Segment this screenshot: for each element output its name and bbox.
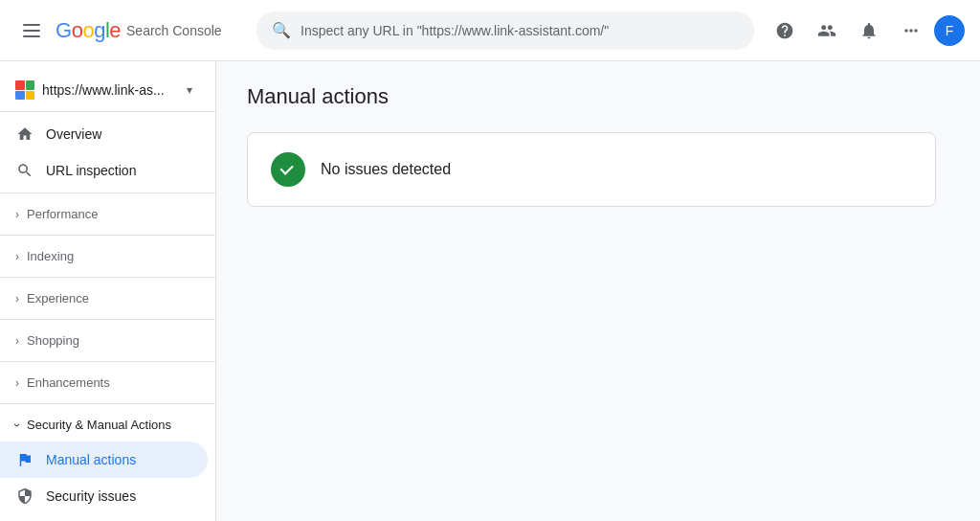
property-chevron-icon: ▾ <box>187 83 192 97</box>
url-search-bar[interactable]: 🔍 Inspect any URL in "https://www.link-a… <box>256 11 754 50</box>
performance-chevron-icon: › <box>15 208 19 221</box>
sidebar-divider-1 <box>0 111 215 112</box>
security-chevron-icon: › <box>11 423 24 427</box>
sidebar-section-experience[interactable]: › Experience <box>0 282 208 315</box>
topbar-right: F <box>766 11 965 50</box>
apps-button[interactable] <box>892 11 930 50</box>
sidebar-divider-7 <box>0 403 215 404</box>
property-selector[interactable]: https://www.link-as... ▾ <box>0 73 208 107</box>
security-section-label: Security & Manual Actions <box>27 418 171 432</box>
sidebar-item-manual-actions[interactable]: Manual actions <box>0 442 208 478</box>
search-icon: 🔍 <box>272 21 291 39</box>
overview-label: Overview <box>46 126 101 142</box>
sidebar-item-security-issues[interactable]: Security issues <box>0 478 208 514</box>
security-issues-icon <box>15 487 34 505</box>
layout: https://www.link-as... ▾ Overview URL in… <box>0 61 980 521</box>
topbar-left: Google Search Console <box>15 16 245 45</box>
performance-label: Performance <box>27 207 98 221</box>
topbar: Google Search Console 🔍 Inspect any URL … <box>0 0 980 61</box>
home-icon <box>15 125 34 143</box>
sidebar-divider-5 <box>0 319 215 320</box>
check-icon <box>271 152 305 187</box>
google-wordmark: Google <box>56 18 121 43</box>
property-icon <box>15 80 34 100</box>
shopping-label: Shopping <box>27 333 79 348</box>
url-inspection-icon <box>15 162 34 179</box>
sidebar-divider-4 <box>0 277 215 278</box>
experience-chevron-icon: › <box>15 292 19 306</box>
url-inspection-label: URL inspection <box>46 163 136 178</box>
manual-actions-label: Manual actions <box>46 452 136 467</box>
avatar[interactable]: F <box>934 15 965 46</box>
no-issues-card: No issues detected <box>247 132 936 207</box>
shopping-chevron-icon: › <box>15 334 19 348</box>
help-button[interactable] <box>766 11 804 50</box>
sidebar-item-overview[interactable]: Overview <box>0 116 208 152</box>
sidebar-section-indexing[interactable]: › Indexing <box>0 239 208 273</box>
main-content: Manual actions No issues detected <box>216 61 980 521</box>
sidebar-divider-2 <box>0 193 215 193</box>
no-issues-text: No issues detected <box>321 161 451 178</box>
sidebar-section-enhancements[interactable]: › Enhancements <box>0 366 208 399</box>
page-title: Manual actions <box>247 84 949 109</box>
property-name: https://www.link-as... <box>42 82 179 98</box>
enhancements-label: Enhancements <box>27 375 110 390</box>
search-placeholder-text: Inspect any URL in "https://www.link-ass… <box>301 23 609 38</box>
indexing-label: Indexing <box>27 249 74 263</box>
product-name: Search Console <box>126 23 222 38</box>
notifications-button[interactable] <box>850 11 888 50</box>
sidebar-item-url-inspection[interactable]: URL inspection <box>0 152 208 189</box>
sidebar: https://www.link-as... ▾ Overview URL in… <box>0 61 216 521</box>
menu-icon[interactable] <box>15 16 48 45</box>
sidebar-divider-6 <box>0 361 215 362</box>
experience-label: Experience <box>27 291 89 306</box>
security-issues-label: Security issues <box>46 488 136 504</box>
logo: Google Search Console <box>56 18 222 43</box>
enhancements-chevron-icon: › <box>15 376 19 390</box>
sidebar-section-performance[interactable]: › Performance <box>0 197 208 231</box>
search-console-search-button[interactable] <box>808 11 846 50</box>
sidebar-section-shopping[interactable]: › Shopping <box>0 324 208 357</box>
sidebar-divider-3 <box>0 235 215 236</box>
manual-actions-icon <box>15 451 34 468</box>
indexing-chevron-icon: › <box>15 250 19 263</box>
sidebar-section-security[interactable]: › Security & Manual Actions <box>0 408 208 442</box>
